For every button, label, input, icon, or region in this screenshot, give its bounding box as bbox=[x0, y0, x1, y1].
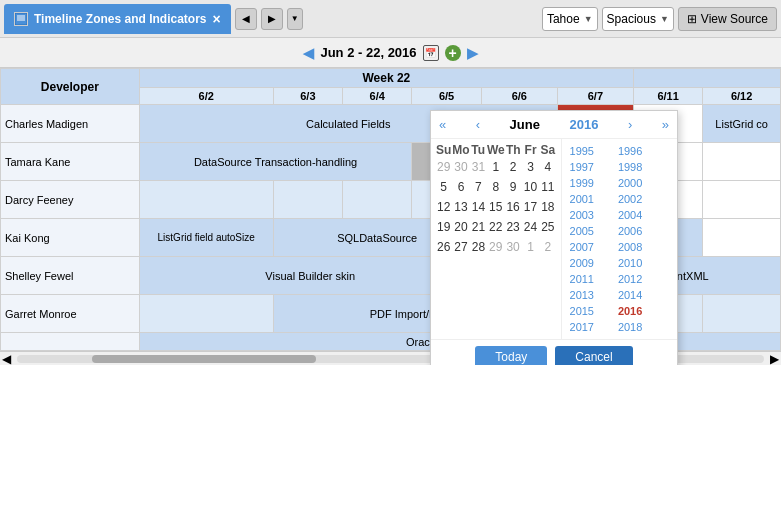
year-item[interactable]: 2009 bbox=[566, 255, 614, 271]
cal-day[interactable]: 27 bbox=[452, 237, 469, 257]
year-item[interactable]: 1999 bbox=[566, 175, 614, 191]
cal-day[interactable]: 29 bbox=[435, 157, 452, 177]
dev-name: Garret Monroe bbox=[1, 295, 140, 333]
cal-day[interactable]: 2 bbox=[504, 157, 521, 177]
year-item[interactable]: 2002 bbox=[614, 191, 662, 207]
cal-day[interactable]: 20 bbox=[452, 217, 469, 237]
calendar-icon[interactable]: 📅 bbox=[423, 45, 439, 61]
empty-cell bbox=[703, 181, 781, 219]
empty-cell bbox=[703, 219, 781, 257]
task-datasource[interactable]: DataSource Transaction-handling bbox=[139, 143, 412, 181]
cal-prev-prev-button[interactable]: « bbox=[439, 117, 446, 132]
year-item-selected[interactable]: 2016 bbox=[614, 303, 662, 319]
spacing-value: Spacious bbox=[607, 12, 656, 26]
cal-day[interactable]: 12 bbox=[435, 197, 452, 217]
cal-day[interactable]: 25 bbox=[539, 217, 556, 237]
year-item[interactable]: 1996 bbox=[614, 143, 662, 159]
cal-year-label[interactable]: 2016 bbox=[569, 117, 598, 132]
year-item[interactable]: 1998 bbox=[614, 159, 662, 175]
dev-name: Kai Kong bbox=[1, 219, 140, 257]
day-header-su: Su bbox=[435, 143, 452, 157]
light-cell bbox=[139, 295, 273, 333]
cal-day[interactable]: 17 bbox=[522, 197, 539, 217]
cal-next-button[interactable]: › bbox=[628, 117, 632, 132]
calendar-header: « ‹ June 2016 › » bbox=[431, 111, 677, 139]
dev-name: Darcy Feeney bbox=[1, 181, 140, 219]
cal-day[interactable]: 15 bbox=[487, 197, 504, 217]
year-item[interactable]: 2018 bbox=[614, 319, 662, 335]
cal-day[interactable]: 9 bbox=[504, 177, 521, 197]
day-header-sa: Sa bbox=[539, 143, 556, 157]
view-source-button[interactable]: ⊞ View Source bbox=[678, 7, 777, 31]
tab-close-button[interactable]: × bbox=[212, 11, 220, 27]
date-prev-button[interactable]: ◀ bbox=[303, 45, 314, 61]
cal-day[interactable]: 5 bbox=[435, 177, 452, 197]
year-item[interactable]: 2017 bbox=[566, 319, 614, 335]
year-item[interactable]: 2019 bbox=[566, 335, 614, 339]
year-item[interactable]: 2013 bbox=[566, 287, 614, 303]
scroll-right-arrow[interactable]: ▶ bbox=[768, 352, 781, 366]
add-date-button[interactable]: + bbox=[445, 45, 461, 61]
cal-day[interactable]: 24 bbox=[522, 217, 539, 237]
cal-day[interactable]: 11 bbox=[539, 177, 556, 197]
top-bar: Timeline Zones and Indicators × ◀ ▶ ▼ Ta… bbox=[0, 0, 781, 38]
task-listgrid-autosize[interactable]: ListGrid field autoSize bbox=[139, 219, 273, 257]
year-item[interactable]: 2020 bbox=[614, 335, 662, 339]
cal-day[interactable]: 26 bbox=[435, 237, 452, 257]
year-item[interactable]: 2007 bbox=[566, 239, 614, 255]
cancel-button[interactable]: Cancel bbox=[555, 346, 632, 365]
today-button[interactable]: Today bbox=[475, 346, 547, 365]
year-item[interactable]: 2006 bbox=[614, 223, 662, 239]
year-item[interactable]: 2000 bbox=[614, 175, 662, 191]
cal-day[interactable]: 18 bbox=[539, 197, 556, 217]
cal-day[interactable]: 19 bbox=[435, 217, 452, 237]
cal-day[interactable]: 13 bbox=[452, 197, 469, 217]
cal-day[interactable]: 1 bbox=[487, 157, 504, 177]
task-listgrid-co[interactable]: ListGrid co bbox=[703, 105, 781, 143]
next-button[interactable]: ▶ bbox=[261, 8, 283, 30]
year-item[interactable]: 2003 bbox=[566, 207, 614, 223]
year-item[interactable]: 2011 bbox=[566, 271, 614, 287]
scrollbar-thumb[interactable] bbox=[92, 355, 316, 363]
cal-day[interactable]: 7 bbox=[470, 177, 487, 197]
year-item[interactable]: 1995 bbox=[566, 143, 614, 159]
cal-day[interactable]: 21 bbox=[470, 217, 487, 237]
tab-icon bbox=[14, 12, 28, 26]
cal-day[interactable]: 22 bbox=[487, 217, 504, 237]
cal-day[interactable]: 30 bbox=[452, 157, 469, 177]
year-item[interactable]: 2010 bbox=[614, 255, 662, 271]
cal-day[interactable]: 28 bbox=[470, 237, 487, 257]
cal-day[interactable]: 1 bbox=[522, 237, 539, 257]
theme-dropdown[interactable]: Tahoe ▼ bbox=[542, 7, 598, 31]
cal-prev-button[interactable]: ‹ bbox=[476, 117, 480, 132]
cal-day[interactable]: 6 bbox=[452, 177, 469, 197]
cal-day[interactable]: 3 bbox=[522, 157, 539, 177]
cal-day[interactable]: 30 bbox=[504, 237, 521, 257]
year-item[interactable]: 2015 bbox=[566, 303, 614, 319]
year-item[interactable]: 2012 bbox=[614, 271, 662, 287]
cal-day[interactable]: 31 bbox=[470, 157, 487, 177]
year-item[interactable]: 2004 bbox=[614, 207, 662, 223]
calendar-footer: Today Cancel bbox=[431, 339, 677, 365]
year-item[interactable]: 2005 bbox=[566, 223, 614, 239]
active-tab[interactable]: Timeline Zones and Indicators × bbox=[4, 4, 231, 34]
dropdown-button[interactable]: ▼ bbox=[287, 8, 303, 30]
cal-day[interactable]: 14 bbox=[470, 197, 487, 217]
cal-day[interactable]: 4 bbox=[539, 157, 556, 177]
cal-day[interactable]: 2 bbox=[539, 237, 556, 257]
prev-button[interactable]: ◀ bbox=[235, 8, 257, 30]
cal-day[interactable]: 16 bbox=[504, 197, 521, 217]
main-grid: Developer Week 22 6/2 6/3 6/4 6/5 6/6 6/… bbox=[0, 68, 781, 365]
date-next-button[interactable]: ▶ bbox=[467, 45, 478, 61]
spacing-dropdown[interactable]: Spacious ▼ bbox=[602, 7, 674, 31]
cal-day[interactable]: 29 bbox=[487, 237, 504, 257]
year-item[interactable]: 1997 bbox=[566, 159, 614, 175]
scroll-left-arrow[interactable]: ◀ bbox=[0, 352, 13, 366]
cal-day[interactable]: 23 bbox=[504, 217, 521, 237]
year-item[interactable]: 2008 bbox=[614, 239, 662, 255]
cal-day[interactable]: 10 bbox=[522, 177, 539, 197]
year-item[interactable]: 2001 bbox=[566, 191, 614, 207]
cal-day[interactable]: 8 bbox=[487, 177, 504, 197]
cal-next-next-button[interactable]: » bbox=[662, 117, 669, 132]
year-item[interactable]: 2014 bbox=[614, 287, 662, 303]
